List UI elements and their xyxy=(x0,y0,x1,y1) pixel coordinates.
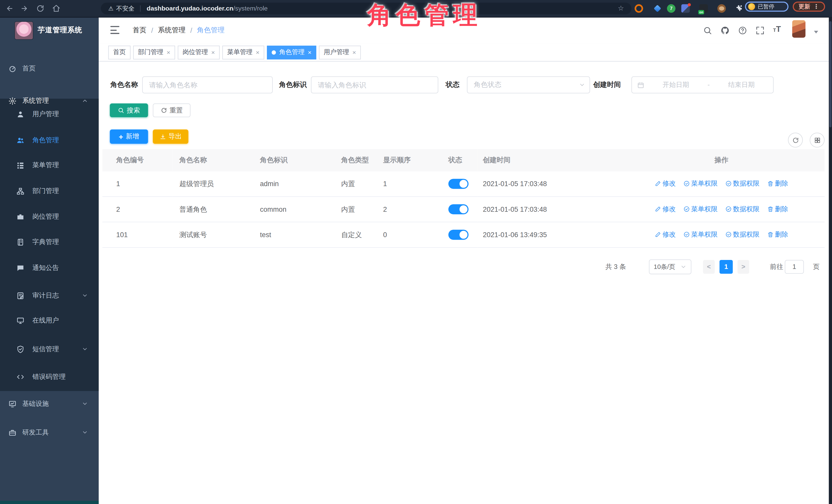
home-icon[interactable] xyxy=(51,3,61,14)
breadcrumb-home[interactable]: 首页 xyxy=(133,25,147,35)
bookmark-star-icon[interactable]: ☆ xyxy=(618,4,624,12)
menu-permission-link[interactable]: 菜单权限 xyxy=(683,205,718,214)
add-button-label: 新增 xyxy=(126,132,139,141)
reload-icon[interactable] xyxy=(35,3,46,14)
next-page-button[interactable]: > xyxy=(738,260,749,274)
sidebar-item-dev-tools[interactable]: 研发工具 xyxy=(0,425,99,440)
forward-icon[interactable] xyxy=(19,3,30,14)
sidebar-item-menus[interactable]: 菜单管理 xyxy=(0,158,99,173)
status-toggle[interactable] xyxy=(448,179,469,189)
start-date-placeholder[interactable]: 开始日期 xyxy=(644,80,707,89)
sidebar-item-online-users[interactable]: 在线用户 xyxy=(0,313,99,328)
sidebar-item-system[interactable]: 系统管理 xyxy=(0,93,99,108)
close-icon[interactable]: × xyxy=(167,49,171,55)
profile-paused-chip[interactable]: 已暂停 xyxy=(745,2,789,11)
app-logo-row[interactable]: 芋道管理系统 xyxy=(0,19,99,42)
close-icon[interactable]: × xyxy=(211,49,215,55)
column-settings-button[interactable] xyxy=(810,133,825,148)
tab-departments[interactable]: 部门管理× xyxy=(133,45,175,59)
chrome-update-button[interactable]: 更新 ⋮ xyxy=(793,2,825,11)
avatar[interactable] xyxy=(792,20,806,38)
goto-page-input[interactable] xyxy=(785,260,804,274)
role-name-input[interactable] xyxy=(142,76,273,93)
pagination: 共 3 条 10条/页 < 1 > 前往 页 xyxy=(605,260,828,274)
menu-permission-link[interactable]: 菜单权限 xyxy=(683,179,718,188)
hamburger-icon[interactable] xyxy=(110,26,119,34)
sidebar-item-home[interactable]: 首页 xyxy=(0,61,99,76)
sidebar-item-users[interactable]: 用户管理 xyxy=(0,107,99,122)
help-icon[interactable] xyxy=(738,26,747,35)
sidebar-item-infrastructure[interactable]: 基础设施 xyxy=(0,396,99,411)
back-icon[interactable] xyxy=(4,3,15,14)
sidebar-item-label: 菜单管理 xyxy=(32,160,59,169)
avatar-caret-icon[interactable] xyxy=(814,31,818,33)
delete-link[interactable]: 删除 xyxy=(767,230,788,239)
fullscreen-icon[interactable] xyxy=(756,26,764,35)
font-size-icon[interactable]: TT xyxy=(773,24,782,33)
page-size-select[interactable]: 10条/页 xyxy=(649,260,692,274)
extensions-puzzle-icon[interactable] xyxy=(734,4,743,13)
delete-link[interactable]: 删除 xyxy=(767,205,788,214)
page-content: 角色名称 角色标识 状态 角色状态 创建时间 开始日期 - xyxy=(99,61,832,504)
extension-icon-monkey[interactable] xyxy=(718,4,726,13)
sidebar-item-dictionary[interactable]: 字典管理 xyxy=(0,235,99,249)
data-permission-link[interactable]: 数据权限 xyxy=(725,230,760,239)
scrollbar-thumb[interactable] xyxy=(829,21,831,127)
edit-link[interactable]: 修改 xyxy=(655,205,676,214)
tab-home[interactable]: 首页 xyxy=(108,45,130,59)
tab-users[interactable]: 用户管理× xyxy=(319,45,361,59)
add-button[interactable]: + 新增 xyxy=(110,130,148,144)
close-icon[interactable]: × xyxy=(256,49,260,55)
status-toggle[interactable] xyxy=(448,230,469,240)
close-icon[interactable]: × xyxy=(308,49,312,55)
goto-page-field[interactable] xyxy=(785,263,803,271)
people-icon xyxy=(17,136,24,144)
search-button[interactable]: 搜索 xyxy=(110,104,148,117)
tab-roles-active[interactable]: 角色管理× xyxy=(267,45,316,59)
extension-icon-cluster[interactable] xyxy=(681,4,690,13)
cell-created: 2021-01-06 13:49:35 xyxy=(478,222,618,247)
date-range-picker[interactable]: 开始日期 - 结束日期 xyxy=(631,76,774,93)
sidebar-item-roles[interactable]: 角色管理 xyxy=(0,133,99,148)
data-permission-link[interactable]: 数据权限 xyxy=(725,205,760,214)
search-icon[interactable] xyxy=(703,26,712,35)
sidebar-item-sms[interactable]: 短信管理 xyxy=(0,342,99,356)
role-name-field[interactable] xyxy=(143,77,272,93)
status-toggle[interactable] xyxy=(448,204,469,214)
sidebar-item-error-codes[interactable]: 错误码管理 xyxy=(0,369,99,384)
table-refresh-button[interactable] xyxy=(788,133,803,148)
code-icon xyxy=(17,373,24,381)
sidebar-item-departments[interactable]: 部门管理 xyxy=(0,184,99,198)
role-code-input[interactable] xyxy=(311,76,438,93)
role-code-field[interactable] xyxy=(312,77,438,93)
extension-icon-dark[interactable]: on xyxy=(699,4,708,13)
prev-page-button[interactable]: < xyxy=(703,260,715,274)
sidebar-item-posts[interactable]: 岗位管理 xyxy=(0,209,99,224)
extension-icon-gem[interactable] xyxy=(653,4,662,13)
github-icon[interactable] xyxy=(721,26,729,35)
range-separator: - xyxy=(708,81,710,89)
sidebar-item-notices[interactable]: 通知公告 xyxy=(0,261,99,275)
url-bar[interactable]: ⚠ 不安全 dashboard.yudao.iocoder.cn /system… xyxy=(101,3,631,15)
reset-button[interactable]: 重置 xyxy=(153,104,190,117)
edit-link[interactable]: 修改 xyxy=(655,179,676,188)
browser-menu-icon[interactable]: ⋮ xyxy=(813,3,820,10)
sidebar-item-audit-log[interactable]: 审计日志 xyxy=(0,288,99,303)
extension-icon-green[interactable]: 7 xyxy=(667,4,675,13)
breadcrumb-system[interactable]: 系统管理 xyxy=(158,25,186,35)
menu-permission-link[interactable]: 菜单权限 xyxy=(683,230,718,239)
status-select[interactable]: 角色状态 xyxy=(467,76,590,93)
export-button[interactable]: 导出 xyxy=(153,130,188,144)
data-permission-link[interactable]: 数据权限 xyxy=(725,179,760,188)
download-icon xyxy=(159,133,166,140)
current-page-button[interactable]: 1 xyxy=(720,260,733,274)
org-tree-icon xyxy=(17,187,24,195)
tab-posts[interactable]: 岗位管理× xyxy=(178,45,220,59)
edit-link[interactable]: 修改 xyxy=(655,230,676,239)
tab-menus[interactable]: 菜单管理× xyxy=(222,45,264,59)
end-date-placeholder[interactable]: 结束日期 xyxy=(710,80,773,89)
scrollbar[interactable] xyxy=(829,17,832,504)
close-icon[interactable]: × xyxy=(352,49,356,55)
extension-icon-orange[interactable] xyxy=(634,4,643,13)
delete-link[interactable]: 删除 xyxy=(767,179,788,188)
